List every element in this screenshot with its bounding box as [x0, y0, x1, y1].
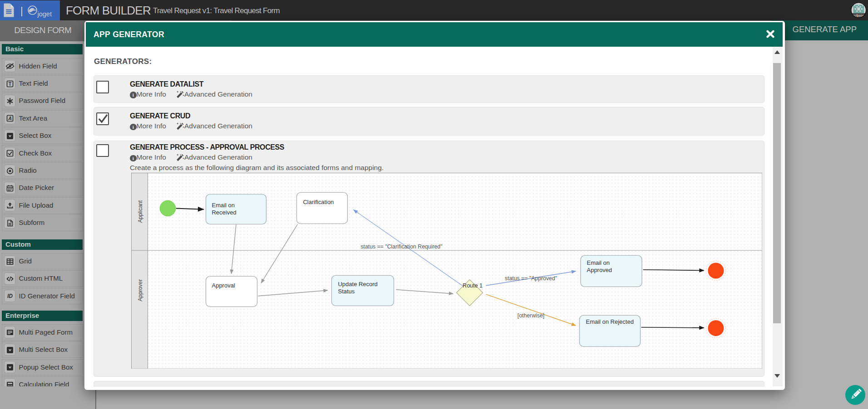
svg-text:Status: Status — [338, 288, 355, 295]
svg-text:ID: ID — [7, 293, 13, 300]
svg-text:A: A — [8, 116, 12, 121]
svg-text:Route 1: Route 1 — [463, 282, 483, 289]
svg-text:Email on: Email on — [587, 259, 610, 266]
svg-text:Received: Received — [212, 209, 236, 216]
svg-text:Update Record: Update Record — [338, 281, 377, 287]
svg-text:status == "Clarification Requi: status == "Clarification Required" — [360, 243, 442, 250]
svg-text:Clarification: Clarification — [303, 199, 334, 205]
svg-text:Email on: Email on — [212, 202, 235, 209]
svg-text:Email on Rejected: Email on Rejected — [586, 318, 633, 325]
svg-text:Approved: Approved — [587, 267, 612, 273]
svg-text:Approval: Approval — [212, 282, 235, 288]
svg-text:Applicant: Applicant — [137, 200, 143, 223]
svg-text:[otherwise]: [otherwise] — [517, 312, 544, 319]
svg-text:status == "Approved": status == "Approved" — [504, 275, 557, 281]
svg-text:Approver: Approver — [137, 279, 143, 302]
svg-text:T: T — [9, 81, 12, 87]
